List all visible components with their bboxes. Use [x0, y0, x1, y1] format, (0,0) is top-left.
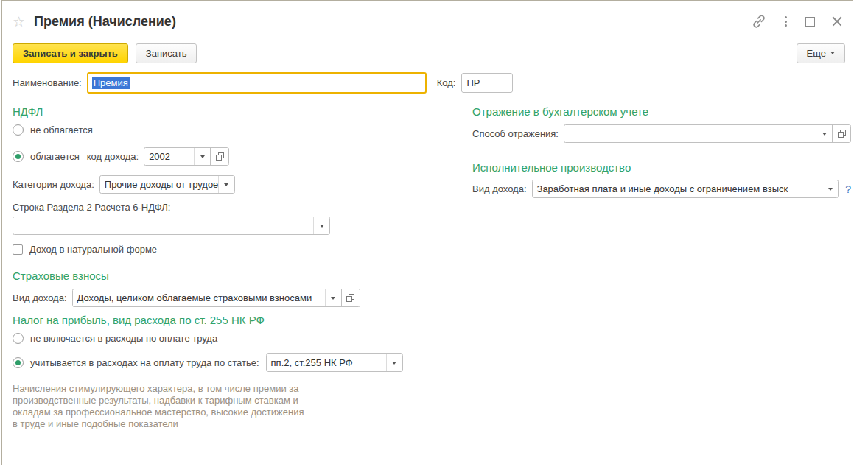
choose-from-list-icon: [346, 294, 354, 302]
accounting-method-label: Способ отражения:: [472, 128, 559, 139]
insurance-income-type-label: Вид дохода:: [13, 292, 67, 303]
code-input[interactable]: ПР: [461, 73, 513, 93]
accounting-method-choose-button[interactable]: [832, 125, 850, 142]
income-code-dropdown-button[interactable]: [194, 148, 210, 165]
help-link[interactable]: ?: [845, 183, 851, 195]
line6ndfl-dropdown-button[interactable]: [313, 217, 329, 234]
favorite-star-icon[interactable]: ☆: [13, 15, 25, 29]
income-code-label: код дохода:: [87, 151, 139, 162]
chevron-down-icon: [392, 362, 396, 365]
article-field[interactable]: пп.2, ст.255 НК РФ: [267, 354, 386, 371]
right-column: Отражение в бухгалтерском учете Способ о…: [472, 104, 851, 198]
maximize-icon[interactable]: [805, 17, 815, 27]
chevron-down-icon: [224, 183, 228, 186]
income-code-field[interactable]: 2002: [144, 148, 194, 165]
section-title-enforcement: Исполнительное производство: [472, 161, 851, 174]
form-window: ☆ Премия (Начисление) Записать и закрыть…: [1, 0, 853, 465]
income-code-choose-button[interactable]: [210, 148, 228, 165]
radio-included[interactable]: [13, 357, 24, 368]
choose-from-list-icon: [216, 152, 224, 161]
name-label: Наименование:: [13, 77, 82, 88]
category-field[interactable]: Прочие доходы от трудое: [100, 176, 218, 193]
save-button[interactable]: Записать: [136, 43, 197, 63]
enforcement-income-type-label: Вид дохода:: [472, 183, 527, 194]
natural-income-row: Доход в натуральной форме: [13, 244, 459, 255]
window-controls: [752, 14, 845, 29]
section-title-insurance: Страховые взносы: [13, 270, 459, 282]
line6ndfl-field[interactable]: [13, 217, 313, 234]
chevron-down-icon: [830, 52, 835, 54]
kebab-menu-icon[interactable]: [783, 15, 788, 28]
hint-line: производственные результаты, надбавки к …: [13, 395, 459, 407]
choose-from-list-icon: [838, 130, 846, 138]
section-title-ndfl: НДФЛ: [13, 105, 459, 118]
line6ndfl-label: Строка Раздела 2 Расчета 6-НДФЛ:: [13, 202, 459, 213]
section-title-profit-tax: Налог на прибыль, вид расхода по ст. 255…: [13, 314, 459, 326]
more-button[interactable]: Еще: [797, 43, 845, 63]
radio-not-taxed-label[interactable]: не облагается: [30, 124, 93, 136]
radio-row-not-included: не включается в расходы по оплате труда: [13, 333, 459, 344]
command-bar: Записать и закрыть Записать Еще: [13, 43, 845, 63]
enforcement-income-type-row: Вид дохода: Заработная плата и иные дохо…: [472, 180, 851, 198]
hint-line: в труде и иные подобные показатели: [13, 418, 459, 430]
article-field-group: пп.2, ст.255 НК РФ: [266, 353, 403, 372]
name-input[interactable]: Премия: [87, 72, 427, 94]
insurance-income-type-row: Вид дохода: Доходы, целиком облагаемые с…: [13, 289, 459, 307]
name-input-selected-text: Премия: [92, 77, 130, 89]
natural-income-label[interactable]: Доход в натуральной форме: [29, 244, 157, 255]
chevron-down-icon: [331, 297, 335, 300]
section-title-accounting: Отражение в бухгалтерском учете: [472, 105, 851, 118]
line6ndfl-field-group: [13, 217, 330, 235]
chevron-down-icon: [200, 155, 205, 158]
radio-row-taxed: облагается код дохода: 2002: [13, 147, 459, 166]
category-row: Категория дохода: Прочие доходы от трудо…: [13, 175, 459, 194]
accounting-method-field-group: [564, 124, 851, 143]
insurance-income-type-choose-button[interactable]: [341, 289, 360, 306]
accounting-method-dropdown-button[interactable]: [816, 125, 832, 142]
category-field-group: Прочие доходы от трудое: [99, 175, 235, 194]
chevron-down-icon: [320, 225, 324, 228]
close-icon[interactable]: [832, 16, 842, 27]
radio-not-included[interactable]: [13, 333, 24, 344]
insurance-income-type-field-group: Доходы, целиком облагаемые страховыми вз…: [72, 289, 360, 307]
save-and-close-button[interactable]: Записать и закрыть: [13, 43, 128, 63]
accounting-method-field[interactable]: [564, 125, 816, 142]
radio-not-taxed[interactable]: [13, 124, 24, 136]
header-fields-row: Наименование: Премия Код: ПР: [13, 71, 845, 94]
left-column: НДФЛ не облагается облагается код дохода…: [13, 104, 459, 430]
enforcement-income-type-field-group: Заработная плата и иные доходы с огранич…: [532, 180, 839, 198]
more-button-label: Еще: [807, 48, 826, 59]
radio-included-label[interactable]: учитывается в расходах на оплату труда п…: [30, 357, 259, 368]
enforcement-income-type-field[interactable]: Заработная плата и иные доходы с огранич…: [533, 180, 822, 197]
insurance-income-type-dropdown-button[interactable]: [325, 289, 341, 306]
enforcement-income-type-dropdown-button[interactable]: [822, 180, 838, 197]
page-title: Премия (Начисление): [34, 14, 176, 29]
hint-line: Начисления стимулирующего характера, в т…: [13, 383, 459, 395]
line6ndfl-row: [13, 217, 459, 235]
category-label: Категория дохода:: [13, 179, 94, 190]
radio-taxed[interactable]: [13, 151, 24, 162]
link-icon[interactable]: [752, 14, 766, 29]
accounting-method-row: Способ отражения:: [472, 124, 851, 143]
code-label: Код:: [437, 77, 456, 88]
chevron-down-icon: [828, 188, 833, 191]
radio-not-included-label[interactable]: не включается в расходы по оплате труда: [30, 333, 217, 344]
natural-income-checkbox[interactable]: [13, 244, 23, 255]
category-dropdown-button[interactable]: [218, 176, 234, 193]
titlebar: ☆ Премия (Начисление): [13, 10, 845, 33]
insurance-income-type-field[interactable]: Доходы, целиком облагаемые страховыми вз…: [73, 289, 325, 306]
article-dropdown-button[interactable]: [386, 354, 402, 371]
income-code-field-group: 2002: [144, 147, 229, 166]
hint-line: окладам за профессиональное мастерство, …: [13, 407, 459, 418]
profit-tax-hint: Начисления стимулирующего характера, в т…: [13, 383, 459, 430]
radio-row-not-taxed: не облагается: [13, 124, 459, 136]
radio-row-included: учитывается в расходах на оплату труда п…: [13, 353, 459, 372]
chevron-down-icon: [822, 133, 827, 136]
radio-taxed-label[interactable]: облагается: [30, 151, 80, 162]
